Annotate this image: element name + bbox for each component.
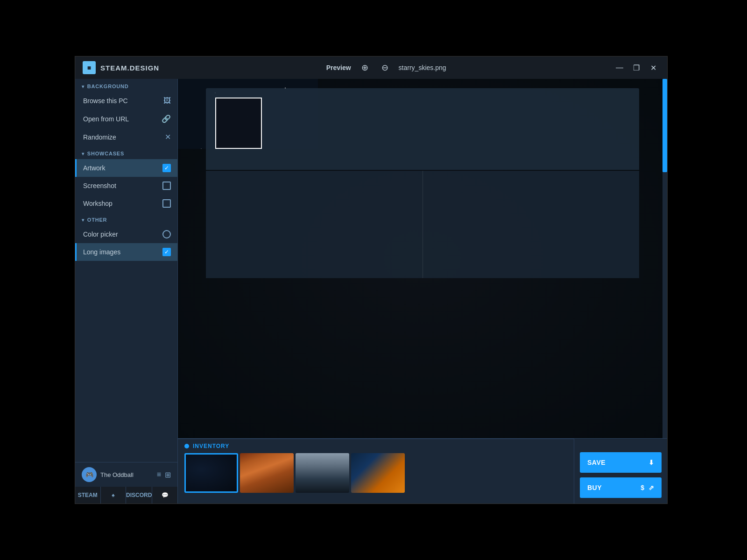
title-bar: ■ STEAM.DESIGN Preview ⊕ ⊖ starry_skies.… <box>75 56 667 79</box>
longimages-checkbox[interactable]: ✓ <box>162 248 171 256</box>
title-bar-left: ■ STEAM.DESIGN <box>83 61 159 74</box>
starry-background <box>178 79 667 438</box>
sidebar: ▾ BACKGROUND Browse this PC 🖼 Open from … <box>75 79 178 504</box>
workshop-checkbox[interactable] <box>162 199 171 208</box>
sidebar-item-url[interactable]: Open from URL 🔗 <box>75 110 177 128</box>
steam-platform-button[interactable]: STEAM <box>75 487 101 504</box>
inventory-item-sunset[interactable] <box>351 453 405 493</box>
window-controls: — ❐ ✕ <box>613 61 660 74</box>
steam-profile-preview <box>206 88 639 438</box>
radio-icon[interactable] <box>162 230 171 238</box>
save-button[interactable]: SAVE ⬇ <box>580 452 662 473</box>
randomize-label: Randomize <box>83 133 116 141</box>
showcases-section-header: ▾ SHOWCASES <box>75 146 177 159</box>
preview-area: INVENTORY <box>178 79 667 504</box>
preview-label: Preview <box>326 64 351 71</box>
other-section-header: ▾ OTHER <box>75 212 177 225</box>
inventory-item-canyon[interactable] <box>240 453 294 493</box>
screenshot-label: Screenshot <box>83 182 116 189</box>
profile-header-preview <box>206 88 639 170</box>
steam-label: STEAM <box>78 492 98 498</box>
zoom-out-button[interactable]: ⊖ <box>379 61 391 75</box>
steam-icon-button[interactable]: ♠ <box>101 487 127 504</box>
inventory-label: INVENTORY <box>193 443 229 449</box>
background-section-label: BACKGROUND <box>87 84 129 89</box>
chat-icon: 💬 <box>162 492 169 498</box>
image-icon: 🖼 <box>163 97 171 105</box>
inventory-item-mountain[interactable] <box>296 453 349 493</box>
chat-icon-button[interactable]: 💬 <box>152 487 177 504</box>
dollar-icon: $ <box>641 484 644 491</box>
showcase-panel-1 <box>206 171 423 278</box>
sidebar-item-screenshot[interactable]: Screenshot <box>75 177 177 195</box>
sidebar-bottom: 🎮 The Oddball ≡ ⊞ STEAM ♠ DISCORD <box>75 462 177 504</box>
avatar: 🎮 <box>82 467 97 482</box>
app-title: STEAM.DESIGN <box>100 64 159 72</box>
profile-header-inner <box>215 98 262 149</box>
discord-platform-button[interactable]: DISCORD <box>126 487 152 504</box>
profile-showcases-preview <box>206 171 639 278</box>
workshop-label: Workshop <box>83 200 113 207</box>
settings-icon[interactable]: ≡ <box>157 470 161 479</box>
preview-scrollbar[interactable] <box>662 79 667 438</box>
close-button[interactable]: ✕ <box>647 61 660 74</box>
main-content: ▾ BACKGROUND Browse this PC 🖼 Open from … <box>75 79 667 504</box>
sidebar-item-longimages[interactable]: Long images ✓ <box>75 243 177 261</box>
preview-canvas <box>178 79 667 438</box>
screenshot-checkbox[interactable] <box>162 182 171 190</box>
inventory-item-starry[interactable] <box>184 453 238 493</box>
inventory-item-canyon-inner <box>240 453 294 493</box>
other-section-label: OTHER <box>87 217 107 223</box>
showcases-section-label: SHOWCASES <box>87 151 124 156</box>
app-window: ■ STEAM.DESIGN Preview ⊕ ⊖ starry_skies.… <box>75 56 668 504</box>
url-label: Open from URL <box>83 115 129 123</box>
user-row: 🎮 The Oddball ≡ ⊞ <box>75 462 177 487</box>
buy-icons: $ ⇗ <box>641 484 654 491</box>
steam-icon: ♠ <box>112 492 114 498</box>
logo-icon: ■ <box>83 61 96 74</box>
inventory-item-starry-inner <box>186 455 237 491</box>
chevron-down-icon: ▾ <box>82 84 85 89</box>
username-label: The Oddball <box>100 471 153 478</box>
right-panel: SAVE ⬇ BUY $ ⇗ <box>574 439 667 504</box>
inventory-item-mountain-inner <box>296 453 349 493</box>
longimages-label: Long images <box>83 248 120 256</box>
filename-label: starry_skies.png <box>399 64 446 71</box>
scrollbar-thumb <box>662 79 667 172</box>
user-icons: ≡ ⊞ <box>157 470 171 479</box>
bottom-bar: INVENTORY <box>178 438 667 504</box>
browse-label: Browse this PC <box>83 97 128 105</box>
buy-label: BUY <box>587 484 602 491</box>
maximize-button[interactable]: ❐ <box>630 61 643 74</box>
sidebar-item-browse[interactable]: Browse this PC 🖼 <box>75 92 177 110</box>
zoom-in-button[interactable]: ⊕ <box>359 61 371 75</box>
buy-button[interactable]: BUY $ ⇗ <box>580 477 662 498</box>
chevron-down-icon-2: ▾ <box>82 151 85 156</box>
background-section-header: ▾ BACKGROUND <box>75 79 177 92</box>
sidebar-item-colorpicker[interactable]: Color picker <box>75 225 177 243</box>
colorpicker-label: Color picker <box>83 231 118 238</box>
inventory-bar: INVENTORY <box>178 439 574 504</box>
minimize-button[interactable]: — <box>613 61 626 74</box>
artwork-label: Artwork <box>83 164 105 172</box>
inventory-item-sunset-inner <box>351 453 405 493</box>
shuffle-icon: ✕ <box>165 133 171 141</box>
inventory-dot <box>184 444 189 448</box>
discord-label: DISCORD <box>126 492 152 498</box>
platform-bar: STEAM ♠ DISCORD 💬 <box>75 487 177 504</box>
chevron-down-icon-3: ▾ <box>82 217 85 223</box>
sidebar-item-artwork[interactable]: Artwork ✓ <box>75 159 177 177</box>
save-label: SAVE <box>587 459 606 466</box>
logo: ■ STEAM.DESIGN <box>83 61 159 74</box>
inventory-items <box>178 451 574 504</box>
artwork-checkbox[interactable]: ✓ <box>162 164 171 172</box>
inventory-header: INVENTORY <box>178 439 574 451</box>
share-icon: ⇗ <box>648 484 655 491</box>
showcase-panel-2 <box>423 171 640 278</box>
download-icon: ⬇ <box>648 459 655 466</box>
sidebar-item-randomize[interactable]: Randomize ✕ <box>75 128 177 146</box>
sidebar-item-workshop[interactable]: Workshop <box>75 195 177 212</box>
link-icon: 🔗 <box>162 114 171 123</box>
title-center: Preview ⊕ ⊖ starry_skies.png <box>326 61 446 75</box>
profile-icon[interactable]: ⊞ <box>165 470 171 479</box>
